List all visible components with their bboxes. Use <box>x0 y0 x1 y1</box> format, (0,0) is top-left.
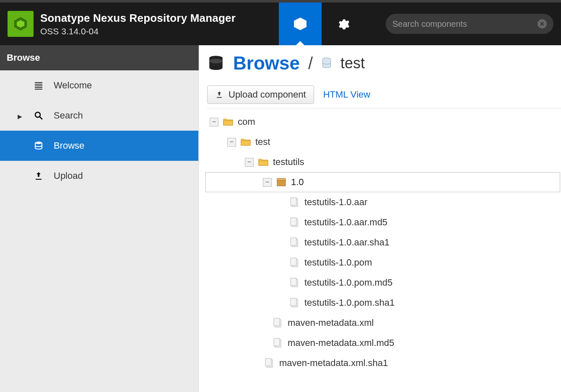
tree-file[interactable]: testutils-1.0.aar <box>205 192 561 212</box>
tree-node-label: maven-metadata.xml <box>288 317 374 328</box>
tree-file[interactable]: testutils-1.0.pom <box>205 253 561 273</box>
tree-file[interactable]: maven-metadata.xml.sha1 <box>205 353 561 373</box>
tree-node-label: testutils-1.0.aar.md5 <box>304 217 387 228</box>
folder-open-icon <box>240 137 251 147</box>
sidebar-item-welcome[interactable]: Welcome <box>0 70 198 101</box>
search-clear-icon[interactable]: ✕ <box>538 19 547 28</box>
svg-rect-12 <box>291 198 296 205</box>
repo-tree: − com − test − testutils − 1.0 <box>205 112 561 373</box>
tree-node-label: testutils-1.0.pom <box>304 257 372 268</box>
breadcrumb: Browse / test <box>205 53 561 74</box>
tree-file[interactable]: testutils-1.0.aar.sha1 <box>205 232 561 253</box>
svg-rect-24 <box>274 318 280 326</box>
svg-line-3 <box>40 117 42 119</box>
tree-node-label: 1.0 <box>291 177 304 188</box>
tree-folder-com[interactable]: − com <box>205 112 561 132</box>
file-icon <box>273 318 283 328</box>
database-icon <box>33 140 44 152</box>
svg-rect-22 <box>291 298 296 306</box>
sidebar: Browse Welcome Search Browse <box>0 45 199 392</box>
tree-version-1-0[interactable]: − 1.0 <box>205 172 560 192</box>
expand-caret-icon[interactable] <box>18 110 23 121</box>
brand: Sonatype Nexus Repository Manager OSS 3.… <box>40 12 236 36</box>
tree-node-label: test <box>255 137 270 147</box>
search-icon <box>33 110 44 121</box>
sidebar-header: Browse <box>0 45 199 70</box>
svg-rect-10 <box>277 178 286 181</box>
file-icon <box>289 218 300 227</box>
app-title: Sonatype Nexus Repository Manager <box>40 12 236 25</box>
tree-file[interactable]: maven-metadata.xml <box>205 313 561 333</box>
database-icon <box>207 54 225 72</box>
tree-file[interactable]: testutils-1.0.pom.sha1 <box>205 293 561 313</box>
collapse-icon[interactable]: − <box>227 138 236 147</box>
html-view-link[interactable]: HTML View <box>323 89 370 100</box>
file-icon <box>289 278 300 287</box>
gear-icon <box>336 17 350 31</box>
search-box[interactable]: ✕ <box>386 14 553 34</box>
file-icon <box>289 298 300 307</box>
file-icon <box>264 358 275 368</box>
svg-rect-28 <box>265 358 271 366</box>
tree-node-label: maven-metadata.xml.md5 <box>288 338 394 348</box>
svg-rect-16 <box>291 238 296 245</box>
svg-point-2 <box>35 112 40 117</box>
sidebar-item-search[interactable]: Search <box>0 101 198 131</box>
tree-node-label: testutils-1.0.aar.sha1 <box>304 237 390 248</box>
tree-folder-test[interactable]: − test <box>205 132 561 152</box>
breadcrumb-section[interactable]: Browse <box>233 53 300 74</box>
folder-open-icon <box>258 157 269 167</box>
svg-rect-14 <box>291 218 296 225</box>
sidebar-item-label: Browse <box>54 140 84 151</box>
file-icon <box>289 258 300 267</box>
tree-node-label: testutils-1.0.aar <box>304 197 367 208</box>
upload-component-button[interactable]: Upload component <box>207 85 314 104</box>
tree-node-label: maven-metadata.xml.sha1 <box>279 358 388 369</box>
topbar: Sonatype Nexus Repository Manager OSS 3.… <box>0 0 561 45</box>
tree-node-label: com <box>238 116 255 127</box>
file-icon <box>289 198 300 207</box>
upload-button-label: Upload component <box>229 89 306 100</box>
svg-rect-9 <box>277 180 286 186</box>
svg-point-4 <box>35 142 42 144</box>
svg-marker-1 <box>17 20 25 28</box>
hexagon-icon <box>13 16 29 32</box>
tree-file[interactable]: testutils-1.0.pom.md5 <box>205 273 561 293</box>
svg-rect-26 <box>274 338 280 346</box>
svg-rect-18 <box>291 258 296 266</box>
sidebar-item-label: Search <box>54 110 83 121</box>
sidebar-item-label: Welcome <box>54 80 92 91</box>
nav-settings[interactable] <box>322 3 364 45</box>
tree-node-label: testutils-1.0.pom.md5 <box>304 277 392 288</box>
toolbar: Upload component HTML View <box>207 85 561 108</box>
top-nav <box>279 3 364 45</box>
collapse-icon[interactable]: − <box>210 118 218 126</box>
tree-folder-testutils[interactable]: − testutils <box>205 152 561 172</box>
tree-node-label: testutils-1.0.pom.sha1 <box>304 297 395 308</box>
search-input[interactable] <box>392 19 538 29</box>
tree-node-label: testutils <box>273 157 304 168</box>
collapse-icon[interactable]: − <box>263 178 272 187</box>
sidebar-item-browse[interactable]: Browse <box>0 131 198 161</box>
breadcrumb-repo: test <box>340 54 365 72</box>
folder-open-icon <box>223 117 234 126</box>
svg-point-7 <box>209 59 223 63</box>
svg-rect-20 <box>291 278 296 286</box>
repo-icon <box>321 57 332 70</box>
tree-file[interactable]: maven-metadata.xml.md5 <box>205 333 561 353</box>
workspace: Browse Welcome Search Browse <box>0 45 561 392</box>
file-icon <box>273 338 283 348</box>
cube-icon <box>293 17 307 31</box>
sidebar-item-upload[interactable]: Upload <box>0 161 198 191</box>
package-icon <box>276 178 287 187</box>
lines-icon <box>33 80 44 91</box>
sidebar-item-label: Upload <box>54 170 83 181</box>
nexus-logo <box>8 11 34 37</box>
tree-file[interactable]: testutils-1.0.aar.md5 <box>205 212 561 232</box>
breadcrumb-separator: / <box>308 54 313 73</box>
collapse-icon[interactable]: − <box>245 158 254 167</box>
nav-browse[interactable] <box>279 3 322 45</box>
app-version: OSS 3.14.0-04 <box>40 26 236 36</box>
main-panel: Browse / test Upload component HTML View… <box>199 45 561 392</box>
file-icon <box>289 238 300 247</box>
